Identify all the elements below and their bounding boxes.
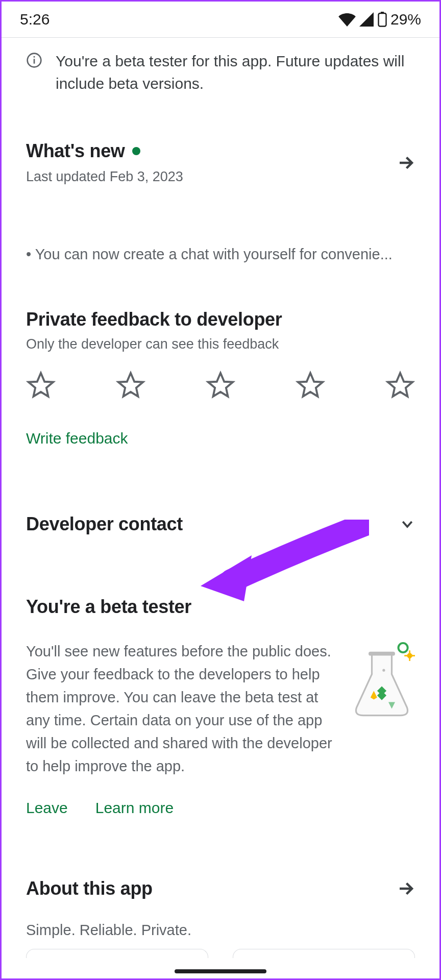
beta-tester-body: You'll see new features before the publi…: [26, 640, 333, 778]
chevron-down-icon: [400, 517, 415, 532]
svg-point-5: [399, 643, 408, 652]
arrow-right-icon: [397, 154, 415, 172]
arrow-right-icon: [397, 879, 415, 898]
about-section[interactable]: About this app Simple. Reliable. Private…: [2, 817, 439, 939]
nav-handle[interactable]: [175, 969, 266, 973]
rating-stars: [26, 352, 415, 415]
status-icons: 29%: [338, 11, 421, 28]
developer-contact-title: Developer contact: [26, 513, 183, 535]
bottom-card-stubs: [26, 949, 415, 958]
divider: [2, 37, 439, 38]
whats-new-title: What's new: [26, 140, 125, 162]
star-4-icon[interactable]: [296, 371, 325, 400]
svg-point-7: [382, 669, 385, 672]
beta-tester-section: You're a beta tester You'll see new feat…: [2, 540, 439, 817]
svg-rect-4: [34, 56, 35, 58]
star-2-icon[interactable]: [116, 371, 145, 400]
learn-more-link[interactable]: Learn more: [95, 799, 174, 817]
whats-new-updated: Last updated Feb 3, 2023: [26, 169, 183, 185]
star-5-icon[interactable]: [385, 371, 415, 400]
info-icon: [26, 50, 44, 94]
svg-rect-0: [378, 13, 386, 27]
beta-tester-title: You're a beta tester: [26, 596, 415, 618]
leave-beta-link[interactable]: Leave: [26, 799, 68, 817]
about-subtitle: Simple. Reliable. Private.: [26, 899, 415, 939]
feedback-section: Private feedback to developer Only the d…: [2, 283, 439, 457]
write-feedback-link[interactable]: Write feedback: [26, 415, 128, 457]
star-3-icon[interactable]: [206, 371, 235, 400]
beta-banner: You're a beta tester for this app. Futur…: [2, 43, 439, 110]
battery-percent: 29%: [390, 11, 421, 28]
whats-new-section[interactable]: What's new Last updated Feb 3, 2023: [2, 110, 439, 190]
battery-icon: [377, 12, 387, 27]
card-stub[interactable]: [26, 949, 208, 958]
star-1-icon[interactable]: [26, 371, 56, 400]
new-indicator-icon: [132, 147, 140, 155]
signal-icon: [359, 12, 374, 27]
developer-contact-row[interactable]: Developer contact: [2, 457, 439, 540]
svg-rect-1: [381, 12, 384, 14]
changelog-text: • You can now create a chat with yoursel…: [2, 190, 439, 283]
about-title: About this app: [26, 878, 153, 899]
status-time: 5:26: [20, 11, 50, 28]
feedback-subtitle: Only the developer can see this feedback: [26, 336, 415, 352]
svg-rect-3: [34, 59, 35, 63]
card-stub[interactable]: [233, 949, 415, 958]
svg-rect-6: [369, 652, 395, 656]
flask-icon: [349, 640, 415, 722]
feedback-title: Private feedback to developer: [26, 309, 415, 330]
status-bar: 5:26 29%: [2, 2, 439, 37]
beta-banner-text: You're a beta tester for this app. Futur…: [56, 50, 415, 94]
wifi-icon: [338, 12, 356, 27]
